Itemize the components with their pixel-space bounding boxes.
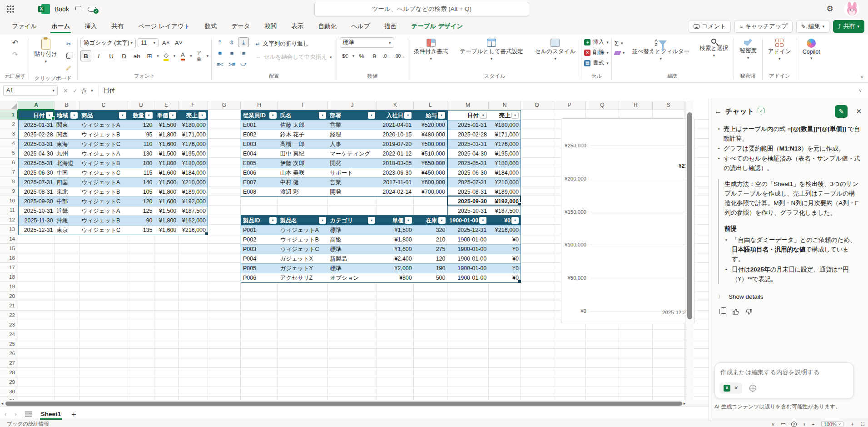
thumbs-down-icon[interactable] [745, 308, 753, 315]
table-cell[interactable]: ¥189,000 [489, 187, 521, 196]
table-cell[interactable]: ウィジェットB [79, 187, 128, 196]
table-cell[interactable]: ¥0 [488, 235, 521, 244]
comments-button[interactable]: コメント [689, 20, 731, 33]
table-cell[interactable]: 2025-09-30 [19, 196, 55, 206]
table-cell[interactable]: ウィジェットC [79, 168, 128, 177]
table-cell[interactable]: 営業 [328, 177, 377, 187]
table-cell[interactable]: 2025-06-30 [448, 168, 489, 177]
table-cell[interactable]: 120 [128, 120, 154, 130]
table-cell[interactable]: 275 [414, 244, 447, 254]
table-cell[interactable]: ¥171,000 [489, 130, 521, 139]
table-cell[interactable]: 2025-03-31 [19, 139, 55, 149]
row-header-3[interactable]: 3 [0, 129, 18, 139]
filter-icon[interactable]: ▾ [438, 112, 445, 119]
table-cell[interactable]: 2025-05-31 [19, 158, 55, 168]
table-cell[interactable]: 110 [128, 139, 154, 149]
align-center-icon[interactable]: ≡ [226, 48, 237, 58]
wrap-text-button[interactable]: ↵文字列の折り返し [253, 39, 333, 49]
table-cell[interactable]: ¥0 [488, 263, 521, 273]
row-header-23[interactable]: 23 [0, 320, 18, 330]
zoom-in-icon[interactable]: ＋ [850, 421, 855, 427]
table-cell[interactable]: 1900-01-00 [447, 235, 489, 244]
table-cell[interactable]: ¥1,600 [154, 168, 179, 177]
horizontal-scrollbar[interactable]: ◂ ▸ [0, 400, 709, 407]
table-cell[interactable]: 中村 健 [278, 177, 328, 187]
table-cell[interactable]: 2025-01-31 [19, 120, 55, 130]
table-cell[interactable]: ¥0 [488, 244, 521, 254]
table-cell[interactable]: ¥650,000 [413, 158, 447, 168]
table-cell[interactable]: 佐藤 太郎 [278, 120, 328, 130]
table-header-cell[interactable]: 売上▾ [178, 111, 208, 120]
table-cell[interactable]: 2025-10-31 [19, 206, 55, 216]
row-header-20[interactable]: 20 [0, 291, 18, 301]
table-cell[interactable]: ¥500,000 [413, 139, 447, 149]
table-cell[interactable]: ガジェットY [278, 263, 328, 273]
column-header-A[interactable]: A [18, 101, 55, 110]
table-header-cell[interactable]: 部署▾ [328, 111, 377, 120]
orientation-icon[interactable]: ⤻ [238, 59, 249, 69]
table-cell[interactable]: 115 [128, 168, 154, 177]
table-cell[interactable]: 2020-10-15 [377, 130, 414, 139]
table-cell[interactable]: ウィジェットC [79, 225, 128, 235]
table-cell[interactable]: P002 [241, 235, 278, 244]
insert-cells-button[interactable]: ＋挿入▾ [584, 38, 609, 46]
cut-icon[interactable]: ✂ [63, 38, 74, 49]
format-cells-button[interactable]: ▦書式▾ [584, 59, 609, 67]
format-as-table-button[interactable]: テーブルとして書式設定▾ [457, 37, 526, 62]
column-header-R[interactable]: R [619, 101, 653, 110]
table-cell[interactable]: 320 [414, 225, 447, 235]
workbook-context-chip[interactable]: X ✕ [719, 382, 742, 394]
chat-input[interactable]: 作成または編集する内容を説明する X ✕ [714, 362, 854, 399]
row-header-21[interactable]: 21 [0, 301, 18, 311]
table-cell[interactable]: ¥184,000 [178, 168, 208, 177]
table-cell[interactable]: 1900-01-00 [447, 263, 489, 273]
close-panel-icon[interactable]: ✕ [856, 107, 862, 116]
table-cell[interactable]: 人事 [328, 139, 377, 149]
row-header-17[interactable]: 17 [0, 263, 18, 272]
borders-button[interactable]: ⊞ [144, 50, 155, 61]
menu-tab-ヘルプ[interactable]: ヘルプ [350, 19, 371, 34]
filter-icon[interactable]: ▾ [70, 112, 78, 119]
back-icon[interactable]: ← [714, 107, 722, 116]
table-cell[interactable]: ¥216,000 [488, 225, 521, 235]
font-name-select[interactable]: 游ゴシック (太字)▾ [80, 38, 136, 48]
table-header-cell[interactable]: 従業員ID▾ [241, 111, 278, 120]
row-header-30[interactable]: 30 [0, 387, 18, 397]
scroll-left-icon[interactable]: ◂ [0, 401, 5, 406]
help-icon[interactable]: ? [791, 422, 797, 427]
workbook-statistics-button[interactable]: ブックの統計情報 [0, 421, 49, 427]
table-cell[interactable]: サポート [328, 168, 377, 177]
column-header-L[interactable]: L [414, 101, 447, 110]
align-right-icon[interactable]: ≡ [238, 48, 249, 58]
column-header-G[interactable]: G [208, 101, 241, 110]
table-resize-handle[interactable] [205, 232, 208, 235]
table-cell[interactable]: P001 [241, 225, 278, 235]
table-cell[interactable]: 関東 [55, 120, 80, 130]
table-cell[interactable]: ¥210,000 [489, 177, 521, 187]
currency-format-icon[interactable]: $€ [340, 50, 351, 61]
table-cell[interactable]: ¥1,500 [377, 225, 414, 235]
table-header-cell[interactable]: 入社日▾ [377, 111, 414, 120]
show-details-toggle[interactable]: 〉 Show details [718, 292, 861, 301]
next-sheet-icon[interactable]: › [15, 411, 16, 417]
strikethrough-button[interactable]: ab [131, 50, 142, 61]
formula-input[interactable]: 日付 [99, 86, 859, 95]
decrease-decimal-icon[interactable]: .00→ [394, 50, 405, 61]
increase-indent-icon[interactable]: ˃≡ [226, 59, 237, 69]
cell-styles-button[interactable]: セルのスタイル▾ [532, 37, 579, 62]
table-cell[interactable]: E002 [241, 130, 278, 139]
table-cell[interactable]: 105 [128, 187, 154, 196]
table-cell[interactable]: 開発 [328, 187, 377, 196]
table-cell[interactable]: オプション [328, 273, 377, 282]
table-header-cell[interactable]: 単価▾ [154, 111, 179, 120]
row-header-27[interactable]: 27 [0, 358, 18, 368]
table-cell[interactable]: E005 [241, 158, 278, 168]
expand-formula-bar-icon[interactable]: ˅ [859, 88, 868, 93]
table-cell[interactable]: 2019-07-20 [377, 139, 414, 149]
phonetic-guide-button[interactable]: ア亜 [194, 50, 205, 61]
filter-icon[interactable]: ▾ [169, 112, 176, 119]
menu-tab-ホーム[interactable]: ホーム [50, 19, 71, 34]
align-bottom-icon[interactable]: ⤓ [238, 37, 249, 47]
table-cell[interactable]: ¥510,000 [413, 149, 447, 158]
excel-logo-icon[interactable]: X [38, 3, 50, 15]
